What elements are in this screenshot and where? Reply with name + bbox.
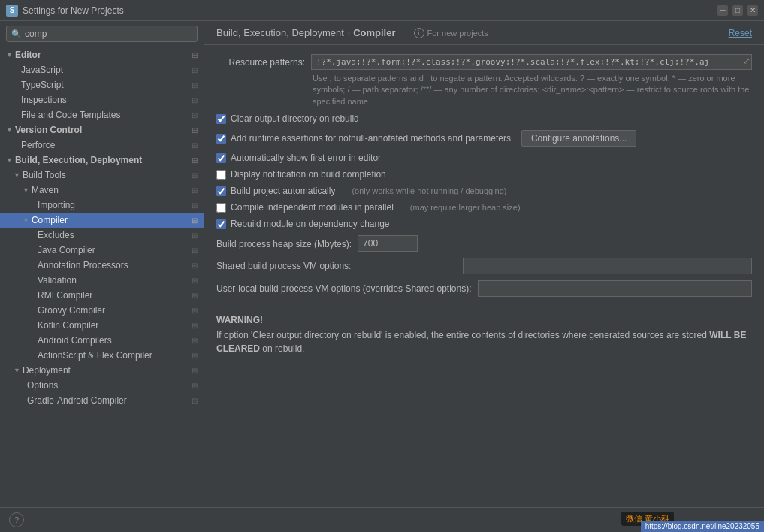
rebuild-dependency-checkbox[interactable] — [216, 219, 226, 229]
expand-arrow: ▼ — [6, 126, 13, 134]
add-runtime-label[interactable]: Add runtime assertions for notnull-annot… — [231, 133, 511, 144]
content-area: Build, Execution, Deployment › Compiler … — [204, 21, 764, 507]
sidebar-item-file-code-templates[interactable]: File and Code Templates ⊞ — [0, 107, 204, 122]
ext-icon: ⊞ — [192, 201, 198, 210]
sidebar-item-inspections[interactable]: Inspections ⊞ — [0, 92, 204, 107]
shared-vm-input[interactable] — [463, 258, 752, 274]
search-wrapper: 🔍 — [6, 26, 198, 42]
build-automatically-note: (only works while not running / debuggin… — [352, 186, 506, 195]
bottom-bar: ? 微信 黄小科 https://blog.csdn.net/line20232… — [0, 507, 764, 532]
breadcrumb-separator: › — [347, 27, 350, 38]
sidebar-item-actionscript-flex[interactable]: ActionScript & Flex Compiler ⊞ — [0, 348, 204, 363]
sidebar: 🔍 ▼ Editor ⊞ JavaScript ⊞ TypeScript ⊞ I… — [0, 21, 204, 507]
sidebar-item-validation[interactable]: Validation ⊞ — [0, 273, 204, 288]
ext-icon: ⊞ — [192, 126, 198, 135]
ext-icon: ⊞ — [192, 322, 198, 330]
sidebar-item-compiler[interactable]: ▼ Compiler ⊞ — [0, 213, 204, 228]
compile-parallel-checkbox[interactable] — [216, 203, 226, 213]
reset-button[interactable]: Reset — [729, 28, 752, 38]
sidebar-item-android-compilers[interactable]: Android Compilers ⊞ — [0, 333, 204, 348]
ext-icon: ⊞ — [192, 382, 198, 390]
sidebar-item-excludes[interactable]: Excludes ⊞ — [0, 228, 204, 243]
content-body: Resource patterns: ⤢ Use ; to separate p… — [204, 45, 764, 507]
expand-arrow: ▼ — [14, 171, 20, 179]
breadcrumb: Build, Execution, Deployment › Compiler — [216, 27, 396, 38]
for-new-projects-label: For new projects — [427, 29, 488, 38]
sidebar-item-editor[interactable]: ▼ Editor ⊞ — [0, 47, 204, 62]
display-notification-checkbox[interactable] — [216, 170, 226, 180]
for-new-projects: i For new projects — [414, 28, 488, 38]
clear-output-checkbox[interactable] — [216, 114, 226, 124]
search-icon: 🔍 — [11, 29, 22, 39]
ext-icon: ⊞ — [192, 141, 198, 150]
heap-size-row: Build process heap size (Mbytes): — [216, 235, 752, 252]
sidebar-item-groovy-compiler[interactable]: Groovy Compiler ⊞ — [0, 303, 204, 318]
ext-icon: ⊞ — [192, 397, 198, 405]
search-box: 🔍 — [0, 21, 204, 47]
ext-icon: ⊞ — [192, 111, 198, 119]
sidebar-item-build-tools[interactable]: ▼ Build Tools ⊞ — [0, 168, 204, 183]
content-header: Build, Execution, Deployment › Compiler … — [204, 21, 764, 45]
build-automatically-checkbox[interactable] — [216, 186, 226, 196]
compile-parallel-row: Compile independent modules in parallel … — [216, 202, 752, 213]
ext-icon: ⊞ — [192, 51, 198, 59]
display-notification-label[interactable]: Display notification on build completion — [231, 169, 386, 180]
add-runtime-checkbox[interactable] — [216, 134, 226, 144]
resource-patterns-hint: Use ; to separate patterns and ! to nega… — [313, 73, 752, 107]
shared-vm-row: Shared build process VM options: — [216, 258, 752, 274]
auto-show-error-label[interactable]: Automatically show first error in editor — [231, 153, 381, 163]
clear-output-label[interactable]: Clear output directory on rebuild — [231, 113, 359, 124]
close-button[interactable]: ✕ — [747, 5, 758, 16]
user-vm-input[interactable] — [478, 280, 753, 297]
sidebar-item-rmi-compiler[interactable]: RMI Compiler ⊞ — [0, 288, 204, 303]
resource-patterns-row: Resource patterns: ⤢ — [216, 54, 752, 70]
sidebar-item-kotlin-compiler[interactable]: Kotlin Compiler ⊞ — [0, 318, 204, 333]
app-icon: S — [6, 5, 18, 17]
sidebar-item-build-execution-deployment[interactable]: ▼ Build, Execution, Deployment ⊞ — [0, 153, 204, 168]
compile-parallel-label[interactable]: Compile independent modules in parallel — [231, 202, 394, 213]
configure-annotations-button[interactable]: Configure annotations... — [521, 130, 636, 147]
rebuild-dependency-label[interactable]: Rebuild module on dependency change — [231, 219, 390, 229]
ext-icon: ⊞ — [192, 66, 198, 74]
sidebar-item-javascript[interactable]: JavaScript ⊞ — [0, 62, 204, 77]
expand-arrow: ▼ — [23, 186, 29, 194]
sidebar-item-importing[interactable]: Importing ⊞ — [0, 198, 204, 213]
ext-icon: ⊞ — [192, 186, 198, 195]
build-automatically-row: Build project automatically (only works … — [216, 186, 752, 196]
ext-icon: ⊞ — [192, 337, 198, 345]
resource-input-wrap: ⤢ — [311, 54, 752, 70]
tree-container: ▼ Editor ⊞ JavaScript ⊞ TypeScript ⊞ Ins… — [0, 47, 204, 507]
sidebar-item-gradle-android[interactable]: Gradle-Android Compiler ⊞ — [0, 393, 204, 408]
sidebar-item-deployment[interactable]: ▼ Deployment ⊞ — [0, 363, 204, 378]
breadcrumb-current: Compiler — [353, 27, 395, 38]
ext-icon: ⊞ — [192, 352, 198, 360]
sidebar-item-java-compiler[interactable]: Java Compiler ⊞ — [0, 243, 204, 258]
ext-icon: ⊞ — [192, 216, 198, 225]
warning-title: WARNING! — [216, 315, 752, 325]
auto-show-error-checkbox[interactable] — [216, 153, 226, 163]
sidebar-item-version-control[interactable]: ▼ Version Control ⊞ — [0, 122, 204, 138]
resource-patterns-input[interactable] — [311, 54, 752, 70]
ext-icon: ⊞ — [192, 261, 198, 270]
sidebar-item-options[interactable]: Options ⊞ — [0, 378, 204, 393]
ext-icon: ⊞ — [192, 171, 198, 180]
build-automatically-label[interactable]: Build project automatically — [231, 186, 335, 196]
sidebar-item-annotation-processors[interactable]: Annotation Processors ⊞ — [0, 258, 204, 273]
help-button[interactable]: ? — [9, 512, 24, 527]
maximize-button[interactable]: □ — [732, 5, 743, 16]
heap-size-label: Build process heap size (Mbytes): — [216, 237, 352, 249]
url-bar: https://blog.csdn.net/line20232055 — [641, 521, 764, 532]
sidebar-item-maven[interactable]: ▼ Maven ⊞ — [0, 183, 204, 198]
search-input[interactable] — [25, 29, 192, 39]
ext-icon: ⊞ — [192, 81, 198, 89]
minimize-button[interactable]: ─ — [717, 5, 728, 16]
rebuild-dependency-row: Rebuild module on dependency change — [216, 219, 752, 229]
heap-size-input[interactable] — [358, 235, 418, 252]
expand-icon[interactable]: ⤢ — [743, 56, 750, 66]
expand-arrow: ▼ — [23, 216, 29, 224]
ext-icon: ⊞ — [192, 277, 198, 285]
expand-arrow: ▼ — [14, 367, 20, 374]
warning-text: If option 'Clear output directory on reb… — [216, 328, 752, 355]
sidebar-item-perforce[interactable]: Perforce ⊞ — [0, 138, 204, 153]
sidebar-item-typescript[interactable]: TypeScript ⊞ — [0, 77, 204, 92]
